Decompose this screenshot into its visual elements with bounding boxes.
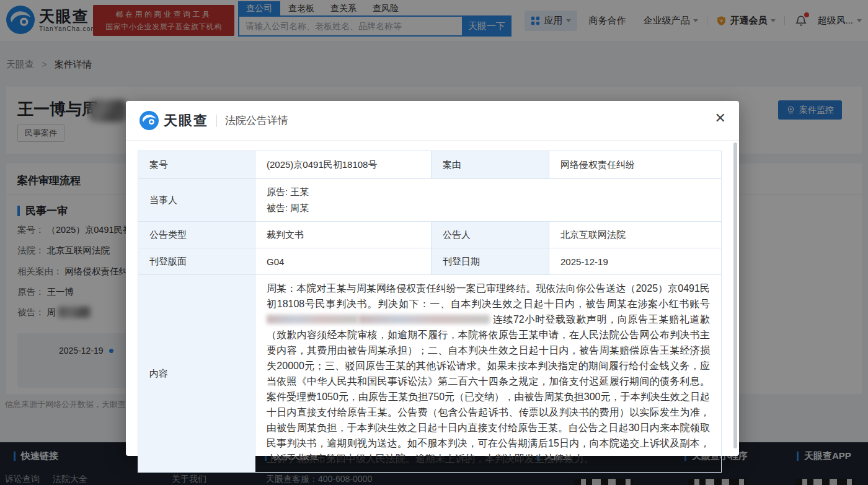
divider xyxy=(216,115,217,127)
parties-value: 原告: 王某 被告: 周某 xyxy=(255,179,722,222)
date-value: 2025-12-19 xyxy=(549,248,722,275)
court-announcement-modal: 天眼查 法院公告详情 ✕ 案号 (2025)京0491民初18108号 案由 网… xyxy=(126,101,739,456)
page-label: 刊登版面 xyxy=(138,248,255,275)
table-row: 当事人 原告: 王某 被告: 周某 xyxy=(138,179,722,222)
modal-header: 天眼查 法院公告详情 ✕ xyxy=(126,101,739,141)
parties-label: 当事人 xyxy=(138,179,255,222)
announcer-label: 公告人 xyxy=(432,222,549,248)
case-no-value: (2025)京0491民初18108号 xyxy=(255,151,432,179)
cause-value: 网络侵权责任纠纷 xyxy=(549,151,722,179)
content-label: 内容 xyxy=(138,275,255,473)
table-row: 公告类型 裁判文书 公告人 北京互联网法院 xyxy=(138,222,722,248)
plaintiff-line: 原告: 王某 xyxy=(267,184,710,200)
redacted-text xyxy=(267,315,358,324)
content-text-part1: 周某：本院对王某与周某网络侵权责任纠纷一案已审理终结。现依法向你公告送达（202… xyxy=(267,283,710,309)
page-value: G04 xyxy=(255,248,432,275)
eye-swirl-icon xyxy=(140,111,159,130)
announcer-value: 北京互联网法院 xyxy=(549,222,722,248)
type-label: 公告类型 xyxy=(138,222,255,248)
date-label: 刊登日期 xyxy=(432,248,549,275)
close-icon[interactable]: ✕ xyxy=(715,111,726,125)
modal-brand: 天眼查 xyxy=(164,111,208,130)
modal-scrollbar[interactable] xyxy=(733,142,737,448)
page: 天眼查 TianYanCha.com 都在用的商业查询工具 国家中小企业发展子基… xyxy=(0,0,868,485)
table-row: 内容 周某：本院对王某与周某网络侵权责任纠纷一案已审理终结。现依法向你公告送达（… xyxy=(138,275,722,473)
table-row: 案号 (2025)京0491民初18108号 案由 网络侵权责任纠纷 xyxy=(138,151,722,179)
content-text-part2: 连续72小时登载致歉声明，向原告王某赔礼道歉（致歉内容须经本院审核，如逾期不履行… xyxy=(267,314,710,464)
defendant-line: 被告: 周某 xyxy=(267,200,710,216)
table-row: 刊登版面 G04 刊登日期 2025-12-19 xyxy=(138,248,722,275)
modal-title: 法院公告详情 xyxy=(225,113,288,128)
type-value: 裁判文书 xyxy=(255,222,432,248)
redacted-text xyxy=(358,315,490,324)
content-value: 周某：本院对王某与周某网络侵权责任纠纷一案已审理终结。现依法向你公告送达（202… xyxy=(255,275,722,473)
cause-label: 案由 xyxy=(432,151,549,179)
case-no-label: 案号 xyxy=(138,151,255,179)
announcement-table: 案号 (2025)京0491民初18108号 案由 网络侵权责任纠纷 当事人 原… xyxy=(138,151,722,473)
